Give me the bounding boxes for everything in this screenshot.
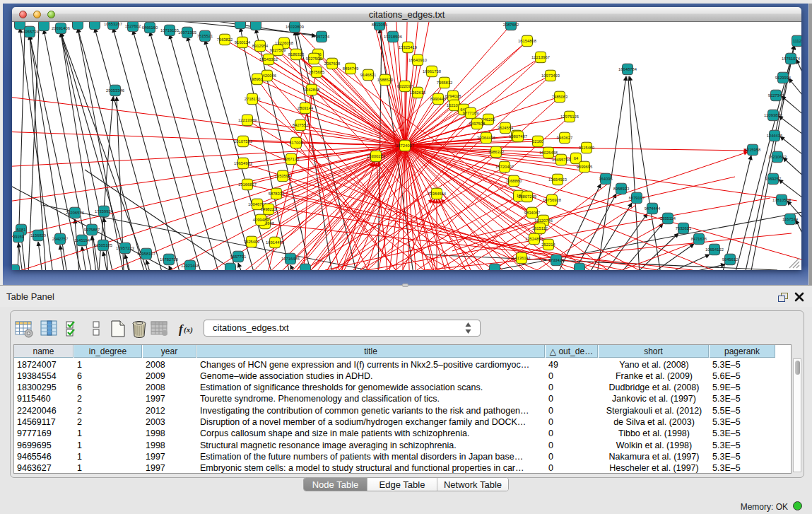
svg-text:16971355: 16971355 bbox=[178, 30, 196, 35]
svg-text:20691406: 20691406 bbox=[52, 26, 70, 30]
svg-text:1145194: 1145194 bbox=[74, 238, 90, 243]
svg-text:7357274: 7357274 bbox=[314, 35, 330, 39]
svg-text:5878334: 5878334 bbox=[269, 192, 285, 196]
svg-text:12975125: 12975125 bbox=[560, 115, 579, 119]
svg-text:7986322: 7986322 bbox=[488, 150, 505, 154]
svg-text:9242848: 9242848 bbox=[304, 88, 320, 92]
svg-text:17957223: 17957223 bbox=[116, 246, 134, 250]
svg-text:1112: 1112 bbox=[793, 39, 801, 43]
svg-text:6679197: 6679197 bbox=[629, 196, 645, 200]
svg-text:19218506: 19218506 bbox=[384, 35, 402, 39]
svg-text:8186323: 8186323 bbox=[288, 52, 305, 57]
svg-text:13495794: 13495794 bbox=[552, 158, 571, 162]
svg-text:2718170: 2718170 bbox=[245, 97, 261, 101]
svg-text:1156829: 1156829 bbox=[30, 233, 46, 238]
svg-text:6794028: 6794028 bbox=[445, 94, 461, 98]
svg-text:8912954: 8912954 bbox=[252, 44, 269, 48]
svg-text:16961758: 16961758 bbox=[423, 69, 441, 74]
svg-text:9227342: 9227342 bbox=[768, 93, 784, 98]
svg-text:10654122: 10654122 bbox=[705, 247, 724, 252]
svg-text:16914479: 16914479 bbox=[266, 240, 284, 245]
svg-text:12505185: 12505185 bbox=[94, 243, 112, 247]
svg-text:17810504: 17810504 bbox=[772, 198, 792, 202]
svg-text:18724007: 18724007 bbox=[396, 144, 414, 148]
svg-text:8471676: 8471676 bbox=[691, 237, 707, 241]
svg-text:2942757: 2942757 bbox=[52, 237, 69, 241]
svg-text:9160124: 9160124 bbox=[235, 40, 251, 45]
svg-text:98961: 98961 bbox=[252, 77, 263, 81]
svg-text:3875685: 3875685 bbox=[309, 70, 325, 74]
svg-text:9129996: 9129996 bbox=[775, 76, 792, 80]
svg-text:15751074: 15751074 bbox=[782, 57, 801, 61]
svg-text:7515521: 7515521 bbox=[197, 34, 213, 38]
svg-text:3624554: 3624554 bbox=[498, 126, 514, 130]
svg-text:9463627: 9463627 bbox=[557, 136, 573, 140]
svg-text:12923448: 12923448 bbox=[181, 264, 199, 268]
svg-text:7485063: 7485063 bbox=[552, 95, 568, 99]
svg-text:1244415: 1244415 bbox=[767, 134, 783, 138]
svg-text:19166827: 19166827 bbox=[238, 182, 257, 187]
svg-text:62160: 62160 bbox=[532, 139, 543, 144]
svg-text:9327508: 9327508 bbox=[306, 57, 322, 61]
svg-text:14055724: 14055724 bbox=[20, 30, 40, 34]
svg-text:9834067: 9834067 bbox=[524, 211, 541, 215]
svg-text:6322037: 6322037 bbox=[397, 84, 413, 88]
svg-text:4099489: 4099489 bbox=[253, 218, 269, 222]
svg-text:16782759: 16782759 bbox=[160, 257, 178, 262]
svg-text:13524851: 13524851 bbox=[525, 237, 543, 241]
svg-text:6497508: 6497508 bbox=[469, 122, 486, 126]
svg-text:17359924: 17359924 bbox=[95, 209, 114, 214]
svg-text:1167534: 1167534 bbox=[782, 217, 799, 221]
svg-text:10807487: 10807487 bbox=[509, 134, 527, 139]
svg-text:12093822: 12093822 bbox=[764, 113, 782, 117]
svg-text:10719155: 10719155 bbox=[160, 28, 179, 33]
svg-text:164095: 164095 bbox=[599, 177, 612, 181]
svg-text:16033809: 16033809 bbox=[286, 25, 304, 29]
svg-text:7625402: 7625402 bbox=[244, 240, 260, 244]
svg-text:16543362: 16543362 bbox=[259, 57, 278, 62]
svg-text:18807249: 18807249 bbox=[518, 194, 536, 199]
svg-text:1588520: 1588520 bbox=[377, 78, 394, 82]
svg-text:12213369: 12213369 bbox=[238, 118, 257, 122]
svg-text:16120746: 16120746 bbox=[534, 218, 553, 223]
svg-text:9245612: 9245612 bbox=[722, 257, 739, 262]
svg-text:1569257: 1569257 bbox=[765, 177, 782, 181]
svg-text:(x): (x) bbox=[184, 325, 193, 334]
svg-text:20206576: 20206576 bbox=[66, 211, 84, 215]
svg-text:16210643: 16210643 bbox=[768, 155, 787, 159]
svg-text:9777169: 9777169 bbox=[463, 111, 479, 115]
svg-text:12213967: 12213967 bbox=[531, 55, 550, 59]
svg-text:8813054: 8813054 bbox=[372, 23, 388, 27]
svg-text:16640910: 16640910 bbox=[408, 58, 427, 62]
svg-text:3498222: 3498222 bbox=[261, 207, 277, 211]
svg-text:19756928: 19756928 bbox=[543, 198, 561, 202]
svg-text:13654923: 13654923 bbox=[548, 177, 567, 182]
svg-text:1733426: 1733426 bbox=[548, 258, 565, 262]
svg-text:9975887: 9975887 bbox=[84, 228, 100, 232]
svg-text:10025458: 10025458 bbox=[539, 151, 558, 155]
svg-text:10958107: 10958107 bbox=[137, 252, 155, 256]
svg-text:3267130: 3267130 bbox=[283, 157, 300, 161]
svg-text:19384554: 19384554 bbox=[428, 192, 447, 196]
svg-text:1527602: 1527602 bbox=[125, 24, 141, 28]
svg-text:39159: 39159 bbox=[13, 235, 24, 239]
svg-text:13325419: 13325419 bbox=[399, 45, 417, 49]
svg-text:9115460: 9115460 bbox=[579, 146, 594, 150]
svg-text:2803144: 2803144 bbox=[298, 106, 314, 110]
svg-text:8990448: 8990448 bbox=[430, 97, 447, 101]
svg-text:252214: 252214 bbox=[541, 243, 555, 247]
svg-text:14136141: 14136141 bbox=[512, 256, 531, 260]
svg-text:2935114: 2935114 bbox=[660, 216, 676, 221]
svg-text:9327509: 9327509 bbox=[270, 48, 286, 52]
svg-text:10653267: 10653267 bbox=[104, 22, 122, 26]
svg-text:9657791: 9657791 bbox=[230, 255, 247, 259]
svg-text:9146821: 9146821 bbox=[360, 73, 377, 77]
svg-text:16648784: 16648784 bbox=[618, 67, 637, 71]
svg-text:7663822: 7663822 bbox=[217, 37, 233, 42]
svg-text:64: 64 bbox=[574, 156, 579, 160]
svg-text:8454749: 8454749 bbox=[343, 66, 359, 71]
svg-text:8427552: 8427552 bbox=[293, 123, 309, 127]
svg-text:8215958: 8215958 bbox=[745, 148, 761, 152]
svg-text:417006: 417006 bbox=[289, 141, 302, 145]
svg-text:15720407: 15720407 bbox=[495, 165, 514, 169]
